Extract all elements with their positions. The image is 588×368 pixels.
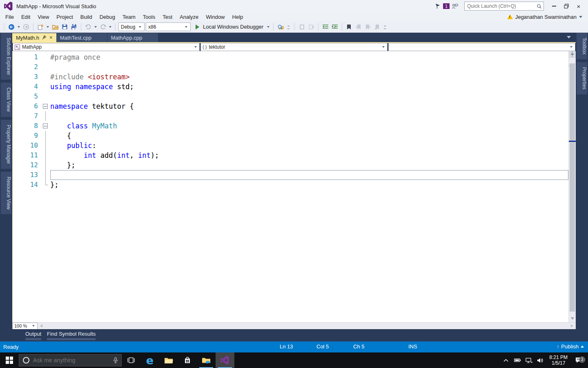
toolbar-grip-2[interactable] bbox=[293, 23, 295, 31]
tab-list-caret-icon[interactable] bbox=[567, 36, 571, 38]
tab-mymath-h[interactable]: MyMath.h × bbox=[12, 33, 56, 42]
scroll-down-arrow[interactable] bbox=[571, 317, 574, 320]
undo-caret[interactable] bbox=[94, 26, 97, 28]
user-name[interactable]: Jeganathan Swaminathan bbox=[515, 14, 577, 20]
menu-item-help[interactable]: Help bbox=[229, 13, 247, 21]
code-line-13[interactable]: 13 bbox=[13, 170, 568, 180]
menu-item-file[interactable]: File bbox=[2, 13, 18, 21]
windows-store-button[interactable] bbox=[178, 352, 197, 368]
increase-indent-button[interactable]: 2 bbox=[331, 23, 339, 31]
new-project-caret[interactable] bbox=[47, 26, 49, 28]
solution-config-dropdown[interactable]: Debug bbox=[118, 22, 145, 31]
edge-browser-button[interactable]: e bbox=[140, 352, 159, 368]
speaker-icon[interactable] bbox=[535, 358, 545, 363]
menu-item-build[interactable]: Build bbox=[77, 13, 96, 21]
tray-chevron-icon[interactable] bbox=[501, 358, 511, 362]
start-debug-button[interactable]: Local Windows Debugger bbox=[203, 24, 263, 30]
code-line-9[interactable]: 9 { bbox=[13, 131, 568, 141]
microphone-icon[interactable] bbox=[113, 357, 118, 364]
scrollbar-thumb[interactable] bbox=[570, 63, 575, 312]
onedrive-folder-button[interactable] bbox=[197, 352, 216, 368]
quick-launch-input[interactable] bbox=[465, 3, 537, 9]
menu-item-debug[interactable]: Debug bbox=[96, 13, 119, 21]
menu-item-analyze[interactable]: Analyze bbox=[176, 13, 202, 21]
code-line-6[interactable]: 6–namespace tektutor { bbox=[13, 101, 568, 111]
account-caret-icon[interactable] bbox=[579, 16, 582, 18]
start-debug-caret[interactable] bbox=[267, 26, 270, 28]
undo-button[interactable] bbox=[84, 23, 92, 31]
navigate-back-button[interactable] bbox=[7, 23, 16, 31]
save-all-button[interactable] bbox=[70, 23, 78, 31]
left-tool-tab-solution-explorer[interactable]: Solution Explorer bbox=[1, 33, 11, 80]
outline-collapse-box[interactable]: – bbox=[42, 121, 50, 131]
code-line-4[interactable]: 4using namespace std; bbox=[13, 82, 568, 92]
next-bookmark-button[interactable] bbox=[364, 23, 372, 31]
toolbar-grip[interactable] bbox=[3, 23, 5, 31]
notification-count-badge[interactable]: 1 bbox=[443, 3, 450, 9]
code-line-7[interactable]: 7 bbox=[13, 111, 568, 121]
battery-icon[interactable] bbox=[512, 358, 522, 363]
code-line-10[interactable]: 10 public: bbox=[13, 141, 568, 150]
toolbar-overflow-button-2[interactable]: ⌄– bbox=[383, 24, 386, 30]
quick-launch-box[interactable] bbox=[464, 2, 544, 11]
editor-zoom-dropdown[interactable]: 100 % bbox=[12, 323, 38, 330]
code-line-8[interactable]: 8– class MyMath bbox=[13, 121, 568, 131]
panel-tab-find-symbol-results[interactable]: Find Symbol Results bbox=[47, 331, 96, 340]
start-debug-icon[interactable] bbox=[196, 25, 199, 29]
restore-button[interactable] bbox=[560, 2, 572, 11]
code-line-11[interactable]: 11 int add(int, int); bbox=[13, 150, 568, 160]
network-icon[interactable] bbox=[524, 358, 534, 363]
find-in-files-button[interactable] bbox=[276, 23, 285, 31]
code-line-12[interactable]: 12 }; bbox=[13, 160, 568, 170]
outline-collapse-box[interactable]: – bbox=[42, 101, 50, 111]
menu-item-edit[interactable]: Edit bbox=[18, 13, 34, 21]
menu-item-tools[interactable]: Tools bbox=[139, 13, 159, 21]
redo-button[interactable] bbox=[99, 23, 107, 31]
redo-caret[interactable] bbox=[109, 26, 111, 28]
navigate-backward-doc-button[interactable] bbox=[298, 23, 306, 31]
panel-tab-output[interactable]: Output bbox=[25, 331, 41, 340]
cortana-search-box[interactable] bbox=[19, 354, 122, 366]
code-line-2[interactable]: 2 bbox=[13, 62, 568, 72]
notification-flag-icon[interactable] bbox=[435, 3, 441, 9]
publish-button[interactable]: ↑ Publish bbox=[557, 343, 584, 350]
menu-item-project[interactable]: Project bbox=[53, 13, 76, 21]
taskbar-clock[interactable]: 8:21 PM 1/5/17 bbox=[547, 355, 570, 366]
vertical-scrollbar[interactable]: ╪ bbox=[568, 51, 576, 322]
tab-mathapp-cpp[interactable]: MathApp.cpp bbox=[107, 33, 158, 42]
toggle-bookmark-button[interactable] bbox=[345, 23, 353, 31]
horizontal-scrollbar[interactable] bbox=[45, 323, 568, 329]
menu-item-view[interactable]: View bbox=[34, 13, 53, 21]
task-view-button[interactable] bbox=[122, 352, 140, 368]
splitter-handle[interactable]: ╪ bbox=[569, 51, 576, 58]
scroll-left-arrow[interactable] bbox=[40, 324, 42, 328]
save-button[interactable] bbox=[60, 23, 69, 31]
solution-platform-dropdown[interactable]: x86 bbox=[146, 22, 191, 31]
left-tool-tab-class-view[interactable]: Class View bbox=[1, 83, 11, 117]
right-tool-tab-toolbox[interactable]: Toolbox bbox=[577, 33, 587, 59]
visual-studio-taskbar-button[interactable] bbox=[216, 352, 234, 368]
navigate-forward-doc-button[interactable] bbox=[307, 23, 315, 31]
scroll-right-arrow[interactable] bbox=[571, 324, 573, 328]
decrease-indent-button[interactable] bbox=[321, 23, 330, 31]
new-project-button[interactable] bbox=[36, 23, 45, 31]
cortana-search-input[interactable] bbox=[33, 357, 110, 364]
left-tool-tab-property-manager[interactable]: Property Manager bbox=[1, 120, 11, 169]
project-dropdown[interactable]: MathApp bbox=[13, 43, 200, 51]
start-button[interactable] bbox=[0, 352, 19, 368]
code-line-5[interactable]: 5 bbox=[13, 92, 568, 101]
tab-mathtest-cpp[interactable]: MathTest.cpp bbox=[56, 33, 107, 42]
prev-bookmark-button[interactable] bbox=[354, 23, 363, 31]
menu-item-test[interactable]: Test bbox=[159, 13, 176, 21]
menu-item-window[interactable]: Window bbox=[202, 13, 228, 21]
clear-bookmarks-button[interactable] bbox=[373, 23, 381, 31]
pin-icon[interactable] bbox=[42, 35, 47, 41]
right-tool-tab-properties[interactable]: Properties bbox=[577, 62, 587, 94]
navigate-forward-button[interactable] bbox=[22, 23, 30, 31]
code-line-1[interactable]: 1#pragma once bbox=[13, 52, 568, 62]
open-file-button[interactable] bbox=[51, 23, 59, 31]
toolbar-overflow-button[interactable]: ⌄– bbox=[287, 24, 290, 30]
feedback-icon[interactable] bbox=[452, 3, 458, 9]
action-center-button[interactable]: 3 bbox=[572, 357, 586, 364]
file-explorer-button[interactable] bbox=[159, 352, 178, 368]
